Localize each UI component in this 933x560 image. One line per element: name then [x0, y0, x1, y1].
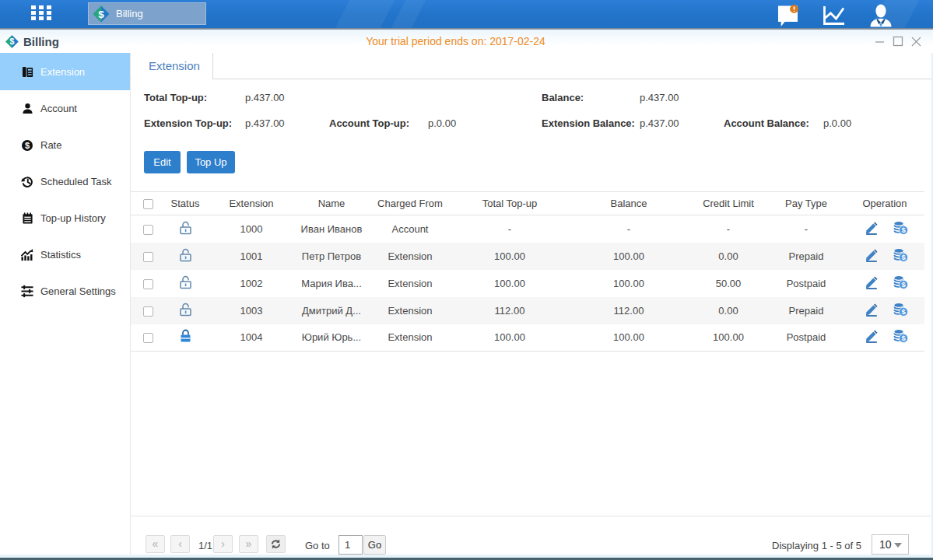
svg-text:$: $	[902, 226, 907, 234]
svg-text:$: $	[902, 253, 907, 261]
svg-text:$: $	[902, 307, 907, 316]
svg-text:$: $	[902, 280, 907, 289]
svg-text:$: $	[25, 141, 30, 150]
svg-text:$: $	[98, 8, 104, 19]
svg-text:$: $	[902, 334, 907, 342]
